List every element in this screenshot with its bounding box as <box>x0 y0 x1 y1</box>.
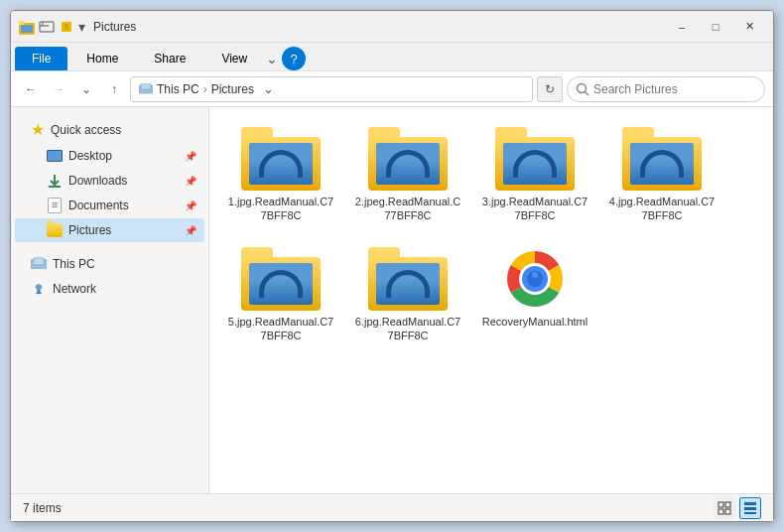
sidebar-pictures-label: Pictures <box>68 223 111 237</box>
file-label: 6.jpg.ReadManual.C77BFF8C <box>352 315 463 343</box>
folder-icon-large <box>495 127 575 191</box>
title-bar: ▾ Pictures – □ ✕ <box>11 11 773 43</box>
ribbon: File Home Share View ⌄ ? <box>11 43 773 71</box>
items-count: 7 items <box>23 501 62 515</box>
pin-icon-documents: 📌 <box>185 200 196 211</box>
content-wrapper: 1.jpg.ReadManual.C77BFF8C 2.jpeg.ReadMan… <box>209 107 773 493</box>
file-item-0[interactable]: 1.jpg.ReadManual.C77BFF8C <box>221 119 340 231</box>
svg-rect-26 <box>744 507 756 510</box>
tab-file[interactable]: File <box>15 47 67 70</box>
pin-icon-downloads: 📌 <box>185 176 196 187</box>
thispc-icon <box>31 256 47 272</box>
path-pictures: Pictures <box>211 82 254 96</box>
file-label: 4.jpg.ReadManual.C77BFF8C <box>606 195 718 223</box>
file-content: 1.jpg.ReadManual.C77BFF8C 2.jpeg.ReadMan… <box>209 107 773 493</box>
file-item-3[interactable]: 4.jpg.ReadManual.C77BFF8C <box>602 119 721 231</box>
desktop-icon <box>47 148 63 164</box>
up-button[interactable]: ↑ <box>102 77 126 101</box>
file-label: RecoveryManual.html <box>482 315 588 329</box>
search-input[interactable] <box>593 82 756 96</box>
sidebar-downloads-label: Downloads <box>68 174 127 188</box>
pictures-folder-icon <box>47 222 63 238</box>
sidebar-documents-label: Documents <box>68 199 129 212</box>
sidebar-item-thispc[interactable]: This PC <box>15 252 204 276</box>
list-view-button[interactable] <box>739 497 761 519</box>
sidebar-item-documents[interactable]: ☰ Documents 📌 <box>15 194 204 217</box>
grid-view-button[interactable] <box>714 497 735 519</box>
sidebar-network-label: Network <box>53 282 96 296</box>
sidebar-item-network[interactable]: Network <box>15 277 204 301</box>
view-controls <box>714 497 761 519</box>
close-button[interactable]: ✕ <box>733 16 765 38</box>
thispc-path-icon <box>139 83 153 95</box>
network-icon <box>31 281 47 297</box>
recent-locations-button[interactable]: ⌄ <box>74 77 98 101</box>
file-item-5[interactable]: 6.jpg.ReadManual.C77BFF8C <box>348 239 467 351</box>
svg-rect-9 <box>141 83 151 89</box>
search-icon <box>576 82 589 96</box>
path-thispc: This PC <box>157 82 199 96</box>
file-item-6[interactable]: RecoveryManual.html <box>475 239 594 351</box>
address-dropdown-button[interactable]: ⌄ <box>258 76 278 102</box>
sidebar-desktop-label: Desktop <box>68 149 112 163</box>
ribbon-collapse-button[interactable]: ⌄ <box>266 51 278 66</box>
folder-icon-large <box>368 127 448 191</box>
svg-rect-25 <box>744 502 756 505</box>
documents-icon: ☰ <box>47 198 63 213</box>
tab-view[interactable]: View <box>204 47 264 70</box>
help-button[interactable]: ? <box>282 47 306 70</box>
svg-rect-14 <box>34 258 45 265</box>
minimize-button[interactable]: – <box>666 16 698 38</box>
svg-rect-1 <box>19 21 25 25</box>
file-label: 1.jpg.ReadManual.C77BFF8C <box>225 195 336 223</box>
star-icon: ★ <box>31 120 45 139</box>
explorer-window: ▾ Pictures – □ ✕ File Home Share View ⌄ … <box>10 10 774 522</box>
svg-rect-23 <box>719 509 723 514</box>
svg-rect-3 <box>40 22 54 32</box>
svg-rect-21 <box>719 502 723 507</box>
file-label: 3.jpg.ReadManual.C77BFF8C <box>479 195 590 223</box>
folder-icon-large <box>241 247 321 311</box>
forward-button[interactable]: → <box>47 77 70 101</box>
main-area: ★ Quick access Desktop 📌 Downloads � <box>11 107 773 493</box>
folder-icon-large <box>622 127 702 191</box>
file-item-1[interactable]: 2.jpeg.ReadManual.C77BFF8C <box>348 119 467 231</box>
file-item-2[interactable]: 3.jpg.ReadManual.C77BFF8C <box>475 119 594 231</box>
path-separator: › <box>203 82 207 96</box>
sidebar-item-quickaccess[interactable]: ★ Quick access <box>15 116 204 143</box>
tab-share[interactable]: Share <box>137 47 202 70</box>
folder-icon-large <box>368 247 448 311</box>
downloads-icon <box>47 173 63 189</box>
status-bar: 7 items <box>11 493 773 521</box>
titlebar-undo-icon <box>39 19 55 35</box>
refresh-button[interactable]: ↻ <box>537 76 563 102</box>
address-path[interactable]: This PC › Pictures ⌄ <box>130 76 533 102</box>
titlebar-dropdown-arrow[interactable]: ▾ <box>78 19 85 35</box>
sidebar-item-downloads[interactable]: Downloads 📌 <box>15 169 204 193</box>
tab-home[interactable]: Home <box>69 47 135 70</box>
svg-point-20 <box>532 272 538 278</box>
sidebar-quickaccess-label: Quick access <box>51 123 121 137</box>
file-item-4[interactable]: 5.jpg.ReadManual.C77BFF8C <box>221 239 340 351</box>
title-bar-title: Pictures <box>93 20 666 34</box>
titlebar-pin-icon <box>59 19 74 35</box>
svg-rect-24 <box>725 509 730 514</box>
pin-icon-pictures: 📌 <box>185 225 196 236</box>
sidebar-thispc-label: This PC <box>53 257 95 271</box>
maximize-button[interactable]: □ <box>700 16 731 38</box>
sidebar-item-desktop[interactable]: Desktop 📌 <box>15 144 204 168</box>
back-button[interactable]: ← <box>19 77 43 101</box>
title-bar-icon-group: ▾ <box>19 19 85 35</box>
svg-point-10 <box>578 83 587 92</box>
file-label: 5.jpg.ReadManual.C77BFF8C <box>225 315 336 343</box>
search-box[interactable] <box>567 76 765 102</box>
pin-icon-desktop: 📌 <box>185 151 196 162</box>
sidebar-item-pictures[interactable]: Pictures 📌 <box>15 218 204 242</box>
title-bar-controls: – □ ✕ <box>666 16 765 38</box>
grid-view-icon <box>718 501 731 515</box>
chrome-icon <box>503 247 567 311</box>
ribbon-tabs: File Home Share View ⌄ ? <box>11 43 773 70</box>
svg-rect-7 <box>65 24 68 30</box>
svg-rect-27 <box>744 512 756 514</box>
file-label: 2.jpeg.ReadManual.C77BFF8C <box>352 195 463 223</box>
